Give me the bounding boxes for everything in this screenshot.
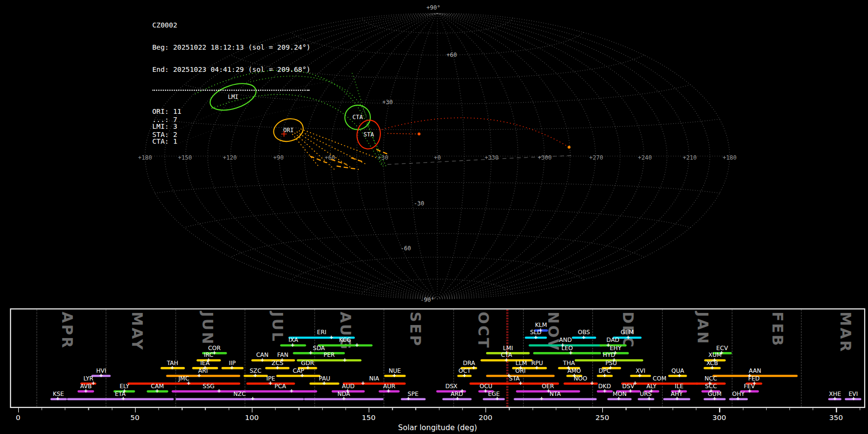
trail-end-dot xyxy=(568,146,570,149)
shower-counts: ORI: 11...: 7LMI: 3STA: 2CTA: 1 xyxy=(152,108,311,145)
month-label-feb: FEB xyxy=(769,312,786,347)
shower-peak-kse: + xyxy=(56,396,60,402)
x-tick-minor xyxy=(789,408,790,410)
x-tick-minor xyxy=(158,408,159,410)
shower-peak-scc: + xyxy=(709,388,713,394)
shower-bar-cap xyxy=(276,375,321,377)
shower-peak-mon: + xyxy=(617,396,621,402)
sky-map: +180+150+120+90+60+30+0+330+300+270+240+… xyxy=(0,0,868,308)
shower-peak-spe: + xyxy=(407,396,410,402)
shower-peak-eri: + xyxy=(329,335,333,341)
shower-label-kcg: KCG xyxy=(339,337,351,343)
x-tick-minor xyxy=(205,408,206,410)
x-tick-major xyxy=(135,408,136,412)
shower-peak-nzc: + xyxy=(251,396,255,402)
shower-peak-and: + xyxy=(561,342,565,349)
month-boundary-line xyxy=(106,310,107,407)
shower-peak-szc: + xyxy=(254,373,258,379)
shower-peak-ipe: + xyxy=(269,380,272,387)
x-tick-label: 200 xyxy=(479,414,493,422)
sta-drift-trail xyxy=(382,118,569,147)
x-tick-minor xyxy=(322,408,323,410)
x-axis-title: Solar longitude (deg) xyxy=(10,423,866,432)
ecliptic-longitude-label: +210 xyxy=(683,154,697,161)
shower-peak-fan: + xyxy=(280,357,284,364)
shower-bar-pca xyxy=(244,390,317,393)
ecliptic-longitude-label: +240 xyxy=(638,154,652,161)
shower-peak-dpc: + xyxy=(603,373,607,379)
month-label-jul: JUL xyxy=(269,312,285,343)
shower-peak-noo: + xyxy=(590,380,594,387)
x-tick-minor xyxy=(439,408,440,410)
obs-begin: Beg: 20251022 18:12:13 (sol = 209.24°) xyxy=(152,44,311,51)
shower-peak-aly: + xyxy=(650,388,653,394)
shower-peak-jmc: + xyxy=(187,380,191,387)
x-tick-minor xyxy=(696,408,697,410)
shower-peak-amo: + xyxy=(572,373,576,379)
shower-peak-hyd: + xyxy=(612,357,616,364)
x-tick-minor xyxy=(298,408,299,410)
x-tick-label: 300 xyxy=(712,414,726,422)
shower-peak-xum: + xyxy=(713,357,717,364)
ecliptic-longitude-label: +300 xyxy=(538,154,552,161)
shower-peak-dsx: + xyxy=(461,388,464,394)
shower-peak-hvi: + xyxy=(99,373,103,379)
shower-peak-obs: + xyxy=(582,335,586,341)
x-tick-label: 0 xyxy=(16,414,21,422)
x-tick-label: 100 xyxy=(245,414,259,422)
shower-peak-eta: + xyxy=(122,396,125,402)
x-tick-minor xyxy=(859,408,860,410)
x-tick-major xyxy=(369,408,370,412)
shower-peak-nta: + xyxy=(540,396,543,402)
meteor-track-4 xyxy=(337,166,359,169)
x-tick-minor xyxy=(509,408,510,410)
shower-peak-cta: + xyxy=(505,357,509,364)
shower-bar-ege xyxy=(483,398,505,400)
ecliptic-longitude-label: +270 xyxy=(589,154,603,161)
x-tick-minor xyxy=(392,408,393,410)
shower-peak-sda: + xyxy=(309,350,312,356)
shower-label-ssg: SSG xyxy=(203,382,215,389)
shower-label-per: PER xyxy=(324,352,335,358)
x-tick-minor xyxy=(673,408,674,410)
shower-bar-nzc xyxy=(176,398,304,400)
ecliptic-latitude-label: -90° xyxy=(420,297,434,303)
shower-peak-ncc: + xyxy=(708,380,712,387)
month-boundary-line xyxy=(801,310,801,407)
ecliptic-latitude-label: +90° xyxy=(426,4,440,11)
shower-label-com: COM xyxy=(653,375,666,381)
info-separator xyxy=(152,90,310,91)
shower-peak-kcg: + xyxy=(355,342,359,349)
shower-peak-gdr: + xyxy=(306,365,310,371)
shower-label-pca: PCA xyxy=(274,382,286,389)
observation-info: CZ0002 Beg: 20251022 18:12:13 (sol = 209… xyxy=(152,7,311,160)
shower-peak-dkd: + xyxy=(603,388,607,394)
x-tick-minor xyxy=(111,408,112,410)
shower-peak-qua: + xyxy=(678,373,681,379)
ecliptic-longitude-label: +30 xyxy=(378,154,389,161)
month-boundary-line xyxy=(593,310,593,407)
shower-peak-klm: + xyxy=(539,327,542,334)
x-tick-major xyxy=(252,408,253,412)
shower-peak-gem: + xyxy=(626,335,630,341)
x-tick-minor xyxy=(532,408,533,410)
x-tick-minor xyxy=(345,408,346,410)
shower-peak-dad: + xyxy=(606,342,610,349)
shower-peak-iip: + xyxy=(230,365,234,371)
shower-peak-iea: + xyxy=(203,365,207,371)
shower-peak-rpu: + xyxy=(535,365,539,371)
shower-peak-evi: + xyxy=(852,396,855,402)
shower-bar-ori xyxy=(486,375,555,377)
month-label-may: MAY xyxy=(129,312,145,351)
shower-peak-nia: + xyxy=(361,380,365,387)
shower-peak-avb: + xyxy=(84,388,88,394)
shower-peak-cap: + xyxy=(300,373,304,379)
month-label-jun: JUN xyxy=(199,312,216,346)
shower-label-nia: NIA xyxy=(369,375,379,381)
month-label-oct: OCT xyxy=(475,312,491,349)
shower-peak-com: + xyxy=(633,380,637,387)
shower-peak-leo: + xyxy=(569,350,573,356)
shower-peak-dra: + xyxy=(472,365,476,371)
x-tick-minor xyxy=(275,408,276,410)
activity-timeline: APRMAYJUNJULAUGSEPOCTNOVDECJANFEBMARKLM+… xyxy=(10,308,866,408)
